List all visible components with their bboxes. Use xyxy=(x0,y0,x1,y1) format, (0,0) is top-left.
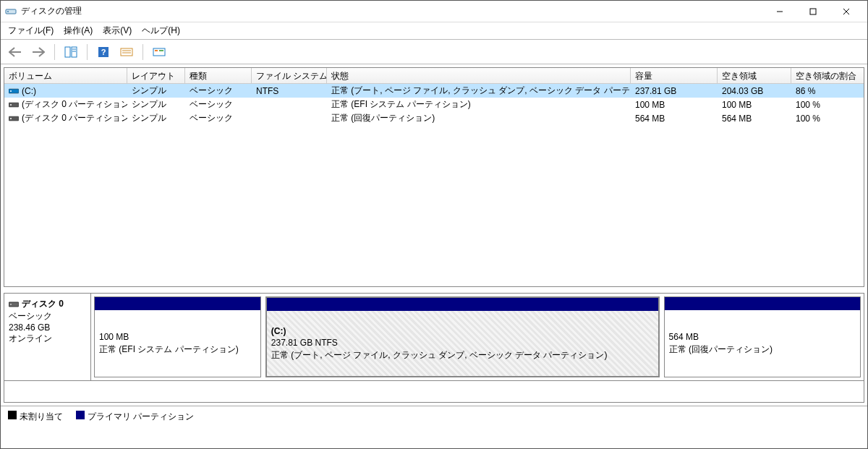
partition[interactable]: 564 MB正常 (回復パーティション) xyxy=(664,296,861,377)
partition-status: 正常 (EFI システム パーティション) xyxy=(99,343,256,356)
volume-name: (C:) xyxy=(22,86,36,96)
partition-status: 正常 (回復パーティション) xyxy=(669,343,856,356)
unallocated-swatch-icon xyxy=(8,411,17,419)
volume-name: (ディスク 0 パーティション 4) xyxy=(22,112,127,124)
forward-button[interactable] xyxy=(28,43,48,61)
cell-pct: 100 % xyxy=(791,99,864,111)
svg-rect-17 xyxy=(159,50,163,51)
cell-cap: 564 MB xyxy=(631,113,718,124)
toolbar-separator-3 xyxy=(142,44,143,60)
column-headers: ボリューム レイアウト 種類 ファイル システム 状態 容量 空き領域 空き領域… xyxy=(4,68,864,84)
view-options-button[interactable] xyxy=(149,43,169,61)
col-type[interactable]: 種類 xyxy=(185,68,252,83)
partition-size: 564 MB xyxy=(669,332,856,342)
col-filesystem[interactable]: ファイル システム xyxy=(252,68,327,83)
volume-name: (ディスク 0 パーティション 1) xyxy=(22,98,127,111)
col-volume[interactable]: ボリューム xyxy=(4,68,127,83)
cell-status: 正常 (ブート, ページ ファイル, クラッシュ ダンプ, ベーシック データ … xyxy=(327,84,631,98)
partition[interactable]: 100 MB正常 (EFI システム パーティション) xyxy=(94,296,261,377)
menubar: ファイル(F) 操作(A) 表示(V) ヘルプ(H) xyxy=(1,22,867,40)
volume-row[interactable]: (ディスク 0 パーティション 1)シンプルベーシック正常 (EFI システム … xyxy=(4,98,864,111)
svg-point-21 xyxy=(10,104,12,106)
col-layout[interactable]: レイアウト xyxy=(127,68,185,83)
legend-unallocated: 未割り当て xyxy=(8,411,63,423)
partition-size: 100 MB xyxy=(99,332,256,342)
partition-header xyxy=(665,297,860,310)
cell-free: 564 MB xyxy=(718,113,791,124)
titlebar: ディスクの管理 xyxy=(1,1,867,22)
partition-size: 237.81 GB NTFS xyxy=(271,338,654,348)
partition-name: (C:) xyxy=(271,326,654,336)
col-status[interactable]: 状態 xyxy=(327,68,631,83)
cell-cap: 237.81 GB xyxy=(631,85,718,97)
app-icon xyxy=(5,6,17,17)
cell-fs xyxy=(252,104,327,106)
svg-rect-6 xyxy=(65,47,70,57)
disk-kind: ベーシック xyxy=(9,310,86,322)
legend: 未割り当て プライマリ パーティション xyxy=(1,406,867,427)
cell-layout: シンプル xyxy=(127,111,185,125)
volume-row[interactable]: (C:)シンプルベーシックNTFS正常 (ブート, ページ ファイル, クラッシ… xyxy=(4,84,864,98)
svg-rect-12 xyxy=(121,48,132,56)
back-button[interactable] xyxy=(5,43,25,61)
svg-rect-15 xyxy=(153,48,165,56)
cell-fs: NTFS xyxy=(252,85,327,97)
svg-rect-3 xyxy=(810,9,816,14)
minimize-button[interactable] xyxy=(763,1,796,22)
disk-info[interactable]: ディスク 0 ベーシック 238.46 GB オンライン xyxy=(4,294,91,380)
menu-file[interactable]: ファイル(F) xyxy=(8,25,54,37)
drive-icon xyxy=(9,114,19,123)
window-title: ディスクの管理 xyxy=(21,5,763,17)
cell-type: ベーシック xyxy=(185,98,252,111)
toolbar-separator-2 xyxy=(87,44,88,60)
disk-map: ディスク 0 ベーシック 238.46 GB オンライン 100 MB正常 (E… xyxy=(4,293,864,403)
partition-header xyxy=(267,298,658,311)
cell-layout: シンプル xyxy=(127,84,185,98)
legend-primary: プライマリ パーティション xyxy=(76,411,194,423)
disk-size: 238.46 GB xyxy=(9,322,86,333)
cell-fs xyxy=(252,118,327,119)
maximize-button[interactable] xyxy=(796,1,830,22)
close-button[interactable] xyxy=(830,1,863,22)
svg-rect-7 xyxy=(72,47,77,57)
svg-point-1 xyxy=(7,11,9,12)
cell-free: 204.03 GB xyxy=(718,85,791,97)
cell-type: ベーシック xyxy=(185,84,252,98)
drive-icon xyxy=(9,101,19,109)
disk-state: オンライン xyxy=(9,333,86,345)
disk-icon xyxy=(9,299,19,309)
cell-free: 100 MB xyxy=(718,99,791,111)
partition-header xyxy=(95,297,260,310)
toolbar: ? xyxy=(1,40,867,64)
show-hide-tree-button[interactable] xyxy=(61,43,81,61)
menu-view[interactable]: 表示(V) xyxy=(103,25,132,37)
primary-swatch-icon xyxy=(76,411,85,419)
disk-map-empty xyxy=(4,380,864,402)
settings-button[interactable] xyxy=(116,43,137,61)
svg-point-19 xyxy=(10,90,12,92)
cell-status: 正常 (回復パーティション) xyxy=(327,111,631,125)
svg-text:?: ? xyxy=(101,48,106,56)
col-pct[interactable]: 空き領域の割合 xyxy=(791,68,864,83)
help-button[interactable]: ? xyxy=(93,43,114,61)
menu-help[interactable]: ヘルプ(H) xyxy=(142,25,180,37)
disk-management-window: ディスクの管理 ファイル(F) 操作(A) 表示(V) ヘルプ(H) xyxy=(0,0,868,449)
svg-point-25 xyxy=(10,304,12,305)
partition[interactable]: (C:)237.81 GB NTFS正常 (ブート, ページ ファイル, クラッ… xyxy=(265,296,660,377)
cell-layout: シンプル xyxy=(127,98,185,111)
toolbar-separator xyxy=(54,44,55,60)
volume-row[interactable]: (ディスク 0 パーティション 4)シンプルベーシック正常 (回復パーティション… xyxy=(4,111,864,125)
col-capacity[interactable]: 容量 xyxy=(631,68,718,83)
drive-icon xyxy=(9,87,19,95)
disk-row: ディスク 0 ベーシック 238.46 GB オンライン 100 MB正常 (E… xyxy=(4,294,864,380)
cell-pct: 100 % xyxy=(791,113,864,124)
volume-list-body[interactable]: (C:)シンプルベーシックNTFS正常 (ブート, ページ ファイル, クラッシ… xyxy=(4,84,864,286)
svg-rect-16 xyxy=(155,50,158,51)
menu-action[interactable]: 操作(A) xyxy=(64,25,93,37)
volume-list: ボリューム レイアウト 種類 ファイル システム 状態 容量 空き領域 空き領域… xyxy=(4,67,864,287)
col-free[interactable]: 空き領域 xyxy=(718,68,791,83)
cell-pct: 86 % xyxy=(791,85,864,97)
window-controls xyxy=(763,1,863,22)
partition-status: 正常 (ブート, ページ ファイル, クラッシュ ダンプ, ベーシック データ … xyxy=(271,349,654,362)
svg-point-23 xyxy=(10,118,12,119)
